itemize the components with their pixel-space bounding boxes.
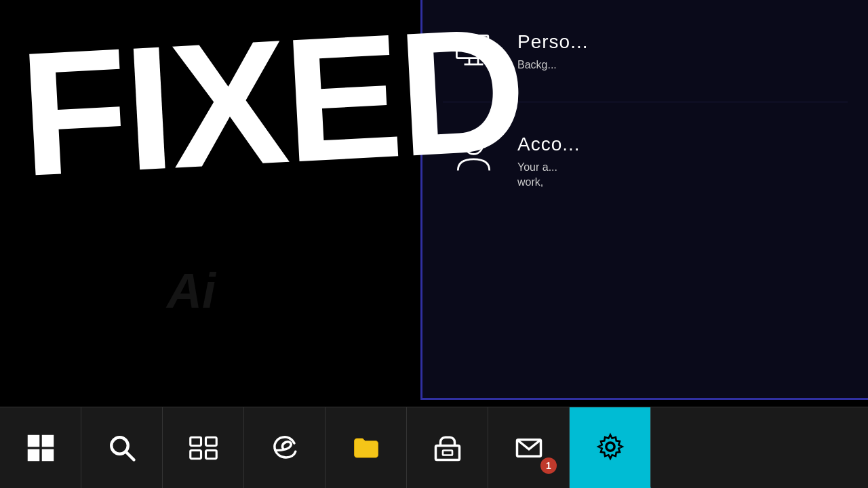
svg-rect-16 (190, 450, 201, 458)
fixed-overlay-text: FIXED (16, 1, 527, 203)
taskbar-mail[interactable]: 1 (488, 407, 570, 489)
svg-rect-8 (27, 434, 39, 447)
taskbar: 1 (0, 407, 868, 488)
svg-rect-18 (435, 445, 459, 460)
search-icon (108, 434, 136, 462)
personalization-text: Perso... Backg... (517, 27, 588, 73)
main-area: FIXED Perso... Backg... (0, 0, 868, 407)
accounts-title: Acco... (517, 133, 580, 156)
gear-icon (596, 432, 625, 461)
folder-icon (352, 434, 380, 462)
svg-rect-10 (27, 449, 39, 461)
svg-point-21 (606, 443, 614, 451)
svg-rect-14 (190, 437, 201, 445)
taskbar-taskview[interactable] (163, 407, 244, 489)
svg-rect-17 (205, 450, 216, 458)
store-icon (433, 434, 462, 462)
svg-rect-9 (41, 434, 54, 447)
personalization-title: Perso... (517, 30, 588, 54)
taskbar-search[interactable] (81, 407, 163, 489)
taskbar-explorer[interactable] (326, 407, 407, 489)
svg-rect-15 (205, 437, 216, 445)
windows-icon (26, 434, 55, 462)
mail-badge: 1 (540, 458, 557, 474)
taskbar-store[interactable] (407, 407, 488, 489)
taskbar-edge[interactable] (244, 407, 326, 489)
personalization-subtitle: Backg... (517, 58, 588, 73)
taskview-icon (189, 434, 218, 462)
svg-line-13 (125, 451, 134, 460)
taskbar-settings[interactable] (570, 407, 651, 489)
taskbar-start[interactable] (0, 407, 81, 489)
mail-icon (515, 434, 543, 462)
svg-rect-11 (41, 449, 54, 461)
ai-watermark: Ai (167, 263, 216, 319)
svg-rect-19 (443, 450, 452, 455)
edge-icon (271, 434, 299, 462)
